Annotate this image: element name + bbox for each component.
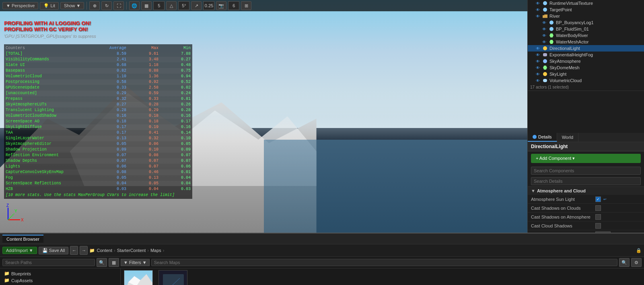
property-cast-shadows-clouds: Cast Shadows on Clouds [528, 204, 644, 213]
outliner-item-directionallight[interactable]: 👁 DirectionalLight [528, 45, 644, 52]
search-row: 🔍 ▦ ▼ Filters ▼ 🔍 ⚙ [0, 257, 644, 268]
item-type-icon [542, 13, 548, 19]
eye-icon[interactable]: 👁 [536, 8, 541, 12]
rotate-tool[interactable]: ↻ [101, 1, 112, 10]
detail-tabs: Details World [528, 133, 644, 142]
surface-snap-button[interactable]: ▦ [141, 1, 152, 10]
item-label: River [549, 14, 642, 19]
eye-icon[interactable]: 👁 [542, 40, 547, 44]
snap-value: 5 [153, 1, 165, 10]
breadcrumb-sep-1: › [114, 248, 115, 253]
filter-icon: ▼ [123, 260, 128, 265]
tab-details[interactable]: Details [528, 133, 557, 142]
outliner-item-targetpoint[interactable]: 👁 TargetPoint [528, 6, 644, 13]
outliner-item-bp_buoyancylog1[interactable]: 👁 BP_BuoyancyLog1 [528, 19, 644, 26]
svg-line-4 [8, 214, 14, 220]
eye-icon[interactable]: 👁 [536, 72, 541, 76]
content-browser-tab[interactable]: Content Browser [2, 235, 43, 243]
outliner-item-skylight[interactable]: 👁 SkyLight [528, 71, 644, 77]
maximize-button[interactable]: ⊞ [241, 1, 251, 10]
asset-scene-thumb [158, 270, 187, 285]
eye-icon[interactable]: 👁 [542, 27, 547, 31]
eye-icon[interactable]: 👁 [536, 46, 541, 51]
atm-sun-reset[interactable]: ↩ [603, 197, 607, 201]
perspective-button[interactable]: ▼ Perspective [2, 2, 38, 9]
breadcrumb-starter-content[interactable]: StarterContent [117, 248, 146, 253]
prop-label-cast-atm: Cast Shadows on Atmosphere [531, 215, 595, 219]
view-toggle-button[interactable]: ▦ [109, 258, 119, 267]
section-label: Atmosphere and Cloud [537, 188, 586, 193]
eye-icon[interactable]: 👁 [536, 53, 541, 57]
asset-mountain[interactable]: Minimal_Default [122, 270, 154, 285]
section-expand-icon: ▼ [531, 188, 535, 193]
asset-mountain-thumb [124, 270, 153, 285]
eye-icon[interactable]: 👁 [536, 1, 541, 6]
outliner-item-runtimevirtualtexture[interactable]: 👁 RuntimeVirtualTexture [528, 0, 644, 6]
eye-icon[interactable]: 👁 [542, 21, 547, 25]
add-component-button[interactable]: + Add Component ▾ [531, 154, 641, 163]
outliner-item-river[interactable]: 👁 River [528, 13, 644, 19]
eye-icon[interactable]: 👁 [536, 14, 541, 19]
cast-clouds-checkbox[interactable] [595, 205, 601, 211]
folder-blueprints[interactable]: 📁 Blueprints [2, 270, 119, 277]
stats-row: SkyAtmosphereLUTs 0.27 0.28 0.26 [6, 102, 191, 107]
angle-snap-button[interactable]: △ [166, 1, 177, 10]
outliner-item-bp_fluidsim_01[interactable]: 👁 BP_FluidSim_01 [528, 26, 644, 32]
atm-sun-checkbox[interactable] [595, 196, 601, 202]
stats-row: [unaccounted] 0.29 0.59 0.24 [6, 91, 191, 96]
lit-button[interactable]: 💡 Lit [40, 2, 59, 10]
separator-1 [86, 2, 87, 10]
search-maps-input[interactable] [151, 259, 617, 266]
outliner-item-skyatmosphere[interactable]: 👁 SkyAtmosphere [528, 58, 644, 64]
folder-cupassets[interactable]: 📁 CupAssets [2, 277, 119, 284]
settings-button[interactable]: ⚙ [631, 258, 642, 267]
save-icon: 💾 [42, 248, 48, 253]
folders-container: 📁 Blueprints 📁 CupAssets [2, 270, 119, 284]
search-paths-button[interactable]: 🔍 [97, 258, 107, 267]
search-details-input[interactable] [531, 177, 641, 185]
cast-atm-checkbox[interactable] [595, 214, 601, 220]
outliner-item-exponentialheightfog[interactable]: 👁 ExponentialHeightFog [528, 52, 644, 58]
show-button[interactable]: Show ▼ [60, 2, 84, 9]
camera-speed-button[interactable]: 📷 [216, 1, 226, 10]
outliner-item-waterbodyriver[interactable]: 👁 WaterBodyRiver [528, 32, 644, 39]
save-all-button[interactable]: 💾 Save All [39, 247, 69, 254]
forward-button[interactable]: → [80, 246, 88, 255]
search-maps-button[interactable]: 🔍 [619, 258, 630, 267]
outliner-item-volumetriccloud[interactable]: 👁 VolumetricCloud [528, 77, 644, 84]
breadcrumb-maps[interactable]: Maps [150, 248, 161, 253]
stats-row: Lights 0.06 0.07 0.06 [6, 164, 191, 169]
translate-tool[interactable]: ⊕ [89, 1, 100, 10]
prop-label-atm-sun: Atmosphere Sun Light [531, 197, 595, 202]
breadcrumb-content[interactable]: Content [97, 248, 112, 253]
breadcrumb-sep-2: › [147, 248, 149, 253]
profiling-line1: PROFILING WITH AI LOGGING ON! [4, 20, 96, 26]
tab-world[interactable]: World [557, 133, 579, 142]
search-components-input[interactable] [531, 167, 641, 175]
add-import-button[interactable]: Add/Import ▼ [2, 247, 37, 254]
back-button[interactable]: ← [70, 246, 78, 255]
item-label: DirectionalLight [549, 46, 642, 51]
scale-snap-button[interactable]: ↗ [191, 1, 202, 10]
svg-text:X: X [21, 218, 24, 222]
world-grid-button[interactable]: 🌐 [129, 1, 140, 10]
eye-icon[interactable]: 👁 [536, 78, 541, 83]
search-paths-input[interactable] [2, 259, 95, 266]
scale-tool[interactable]: ⛶ [113, 1, 124, 10]
eye-icon[interactable]: 👁 [542, 33, 547, 38]
outliner-item-watermeshactor[interactable]: 👁 WaterMeshActor [528, 39, 644, 45]
stats-header: Counters Average Max Min [6, 46, 191, 50]
atmosphere-cloud-section[interactable]: ▼ Atmosphere and Cloud [528, 186, 644, 195]
eye-icon[interactable]: 👁 [536, 59, 541, 64]
stats-row: VolumetricCloud 1.10 1.36 0.94 [6, 74, 191, 79]
filters-button[interactable]: ▼ Filters ▼ [121, 259, 150, 266]
right-panel: 👁 RuntimeVirtualTexture 👁 TargetPoint 👁 … [527, 0, 644, 233]
item-label: SkyDomeMesh [549, 65, 642, 70]
eye-icon[interactable]: 👁 [536, 66, 541, 70]
outliner-item-skydomemesh[interactable]: 👁 SkyDomeMesh [528, 64, 644, 71]
stats-row: SkyAtmosphereEditor 0.05 0.06 0.05 [6, 141, 191, 147]
profiling-suppress: 'GPU [STATGROUP_GPU]ssages' to suppress [4, 34, 96, 39]
asset-scene[interactable]: StarterMap [157, 270, 189, 285]
scale-value: 0.25 [203, 1, 214, 10]
cast-cloud-shadows-checkbox[interactable] [595, 223, 601, 229]
